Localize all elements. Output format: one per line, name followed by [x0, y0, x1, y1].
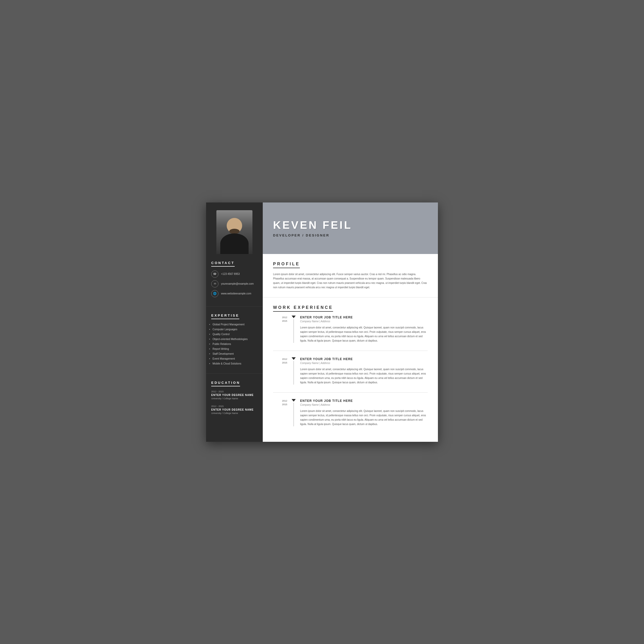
contact-title: CONTACT [211, 261, 235, 267]
work-year-start: 2012 [273, 316, 287, 319]
timeline-arrow [292, 316, 296, 318]
work-description: Lorem ipsum dolor sit amet, consectetur … [300, 325, 428, 343]
work-job-title: ENTER YOUR JOB TITLE HERE [300, 399, 428, 403]
work-timeline [291, 357, 296, 385]
education-years: 2012 - 2015 [211, 405, 258, 408]
education-school: University / College Name [211, 397, 258, 400]
work-year-end: 2015 [273, 361, 287, 365]
work-details: ENTER YOUR JOB TITLE HERE Company Name |… [300, 399, 428, 426]
avatar-body [220, 233, 249, 254]
header-section: KEVEN FEIL DEVELOPER / DESIGNER [206, 202, 438, 254]
expertise-item: Quality Control [211, 333, 258, 336]
email-icon: ✉ [211, 280, 218, 287]
profile-section: PROFILE Lorem ipsum dolor sit amet, cons… [263, 254, 438, 298]
work-title: WORK EXPERIENCE [273, 305, 333, 312]
education-entry: 2012 - 2015 ENTER YOUR DEGREE NAME Unive… [211, 405, 258, 414]
expertise-item: Object-oriented Methodologies [211, 338, 258, 341]
work-company: Company Name | Address [300, 403, 428, 406]
website-item: 🌐 www.websiteexample.com [211, 290, 258, 297]
work-description: Lorem ipsum dolor sit amet, consectetur … [300, 367, 428, 385]
work-details: ENTER YOUR JOB TITLE HERE Company Name |… [300, 357, 428, 385]
phone-item: ☎ +123 4567 8953 [211, 270, 258, 278]
work-year-end: 2015 [273, 403, 287, 406]
work-year-start: 2012 [273, 357, 287, 361]
work-year: 2012 2015 [273, 399, 287, 426]
resume-page: KEVEN FEIL DEVELOPER / DESIGNER CONTACT … [206, 202, 438, 442]
expertise-item: Global Project Management [211, 323, 258, 326]
work-year-start: 2012 [273, 399, 287, 403]
photo-section [206, 202, 263, 254]
work-list: 2012 2015 ENTER YOUR JOB TITLE HERE Comp… [273, 316, 428, 426]
work-job-title: ENTER YOUR JOB TITLE HERE [300, 316, 428, 319]
education-degree: ENTER YOUR DEGREE NAME [211, 408, 258, 411]
work-company: Company Name | Address [300, 362, 428, 365]
education-entry: 2012 - 2015 ENTER YOUR DEGREE NAME Unive… [211, 390, 258, 400]
body-section: CONTACT ☎ +123 4567 8953 ✉ yourexample@e… [206, 254, 438, 442]
education-years: 2012 - 2015 [211, 390, 258, 393]
contact-section: CONTACT ☎ +123 4567 8953 ✉ yourexample@e… [206, 254, 263, 307]
expertise-item: Mobile & Cloud Solutions [211, 362, 258, 365]
timeline-arrow [292, 357, 296, 360]
expertise-item: Public Relations [211, 343, 258, 345]
sidebar: CONTACT ☎ +123 4567 8953 ✉ yourexample@e… [206, 254, 263, 442]
work-entry: 2012 2015 ENTER YOUR JOB TITLE HERE Comp… [273, 357, 428, 385]
education-section: EDUCATION 2012 - 2015 ENTER YOUR DEGREE … [206, 374, 263, 426]
website-text: www.websiteexample.com [221, 292, 251, 295]
email-item: ✉ yourexample@example.com [211, 280, 258, 287]
full-name: KEVEN FEIL [273, 219, 428, 231]
expertise-item: Report Writing [211, 348, 258, 350]
work-company: Company Name | Address [300, 320, 428, 323]
main-content: PROFILE Lorem ipsum dolor sit amet, cons… [263, 254, 438, 442]
education-degree: ENTER YOUR DEGREE NAME [211, 394, 258, 396]
job-title: DEVELOPER / DESIGNER [273, 233, 428, 237]
timeline-arrow [292, 399, 296, 402]
phone-icon: ☎ [211, 270, 218, 278]
phone-text: +123 4567 8953 [221, 273, 240, 275]
timeline-line [293, 319, 294, 343]
expertise-list: Global Project ManagementComputer Langua… [211, 323, 258, 365]
work-job-title: ENTER YOUR JOB TITLE HERE [300, 357, 428, 361]
timeline-line [293, 361, 294, 385]
work-section: WORK EXPERIENCE 2012 2015 ENTER YOUR JOB… [263, 298, 438, 442]
profile-title: PROFILE [273, 262, 300, 268]
education-school: University / College Name [211, 412, 258, 414]
education-title: EDUCATION [211, 381, 240, 386]
expertise-item: Computer Languages [211, 328, 258, 331]
expertise-item: Staff Development [211, 352, 258, 355]
profile-text: Lorem ipsum dolor sit amet, consectetur … [273, 272, 428, 290]
work-year: 2012 2015 [273, 357, 287, 385]
work-details: ENTER YOUR JOB TITLE HERE Company Name |… [300, 316, 428, 343]
avatar-beard [229, 229, 240, 234]
work-description: Lorem ipsum dolor sit amet, consectetur … [300, 409, 428, 426]
header-info: KEVEN FEIL DEVELOPER / DESIGNER [263, 202, 438, 254]
expertise-item: Event Management [211, 357, 258, 360]
education-list: 2012 - 2015 ENTER YOUR DEGREE NAME Unive… [211, 390, 258, 414]
work-timeline [291, 316, 296, 343]
work-entry: 2012 2015 ENTER YOUR JOB TITLE HERE Comp… [273, 399, 428, 426]
work-year: 2012 2015 [273, 316, 287, 343]
work-year-end: 2015 [273, 319, 287, 323]
email-text: yourexample@example.com [221, 282, 254, 285]
expertise-section: EXPERTISE Global Project ManagementCompu… [206, 307, 263, 374]
work-entry: 2012 2015 ENTER YOUR JOB TITLE HERE Comp… [273, 316, 428, 343]
timeline-line [293, 403, 294, 426]
avatar [216, 210, 252, 254]
work-timeline [291, 399, 296, 426]
website-icon: 🌐 [211, 290, 218, 297]
expertise-title: EXPERTISE [211, 313, 239, 319]
